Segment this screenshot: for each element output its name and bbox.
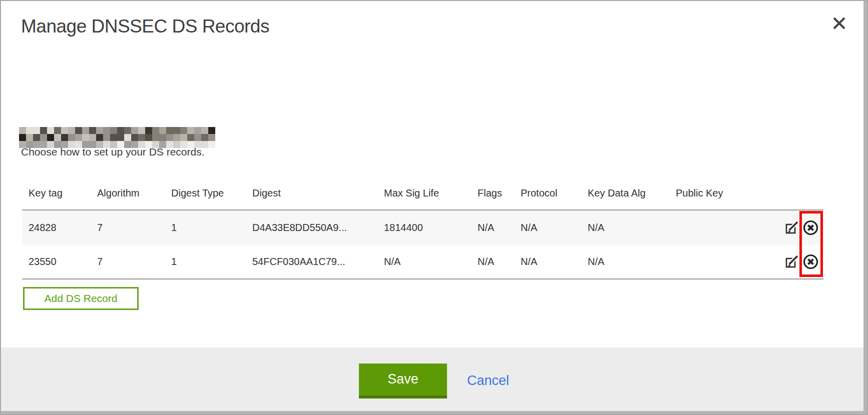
- redacted-domain: [19, 127, 215, 148]
- dialog-title: Manage DNSSEC DS Records: [21, 16, 269, 37]
- save-button[interactable]: Save: [359, 364, 447, 398]
- window-edge-right: [863, 1, 867, 414]
- table-row: 23550 7 1 54FCF030AA1C79... N/A N/A N/A …: [22, 245, 823, 280]
- cell-digest: 54FCF030AA1C79...: [252, 256, 384, 268]
- close-icon: [832, 16, 846, 30]
- cell-digest-type: 1: [171, 222, 252, 234]
- manage-dnssec-ds-records-dialog: Manage DNSSEC DS Records Choose how to s…: [0, 0, 868, 415]
- cell-protocol: N/A: [521, 256, 588, 268]
- cell-algorithm: 7: [97, 222, 171, 234]
- dialog-footer: Save Cancel: [1, 348, 867, 414]
- intro-text: Choose how to set up your DS records.: [21, 146, 205, 158]
- column-header-max-sig-life: Max Sig Life: [384, 188, 478, 199]
- cell-digest: D4A33E8DD550A9...: [252, 222, 384, 234]
- column-header-key-tag: Key tag: [22, 188, 97, 199]
- ds-records-table: Key tag Algorithm Digest Type Digest Max…: [22, 177, 823, 280]
- cell-flags: N/A: [478, 256, 521, 268]
- cell-key-data-alg: N/A: [588, 222, 676, 234]
- circle-x-icon: [802, 220, 819, 236]
- column-header-digest-type: Digest Type: [171, 188, 252, 199]
- cell-flags: N/A: [478, 222, 521, 234]
- column-header-digest: Digest: [252, 188, 384, 199]
- column-header-public-key: Public Key: [676, 188, 776, 199]
- circle-x-icon: [802, 254, 819, 270]
- edit-pencil-square-icon: [784, 254, 799, 270]
- edit-record-button[interactable]: [784, 254, 799, 270]
- cell-protocol: N/A: [521, 222, 588, 234]
- column-header-flags: Flags: [478, 188, 521, 199]
- column-header-key-data-alg: Key Data Alg: [588, 188, 676, 199]
- add-ds-record-button[interactable]: Add DS Record: [23, 287, 139, 310]
- cell-max-sig-life: 1814400: [384, 222, 478, 234]
- close-button[interactable]: [828, 12, 850, 34]
- column-header-algorithm: Algorithm: [97, 188, 171, 199]
- cell-algorithm: 7: [97, 256, 171, 268]
- delete-record-button[interactable]: [802, 254, 819, 270]
- table-row: 24828 7 1 D4A33E8DD550A9... 1814400 N/A …: [22, 210, 823, 245]
- edit-record-button[interactable]: [784, 220, 799, 236]
- cell-key-data-alg: N/A: [588, 256, 676, 268]
- edit-pencil-square-icon: [784, 220, 799, 236]
- row-actions: [776, 210, 823, 245]
- table-header-row: Key tag Algorithm Digest Type Digest Max…: [22, 177, 823, 210]
- window-edge-bottom: [1, 411, 867, 414]
- delete-record-button[interactable]: [802, 220, 819, 236]
- row-actions: [776, 245, 823, 278]
- cell-max-sig-life: N/A: [384, 256, 478, 268]
- cell-digest-type: 1: [171, 256, 252, 268]
- cancel-link[interactable]: Cancel: [467, 373, 509, 388]
- column-header-protocol: Protocol: [521, 188, 588, 199]
- cell-key-tag: 23550: [22, 256, 97, 268]
- cell-key-tag: 24828: [22, 222, 97, 234]
